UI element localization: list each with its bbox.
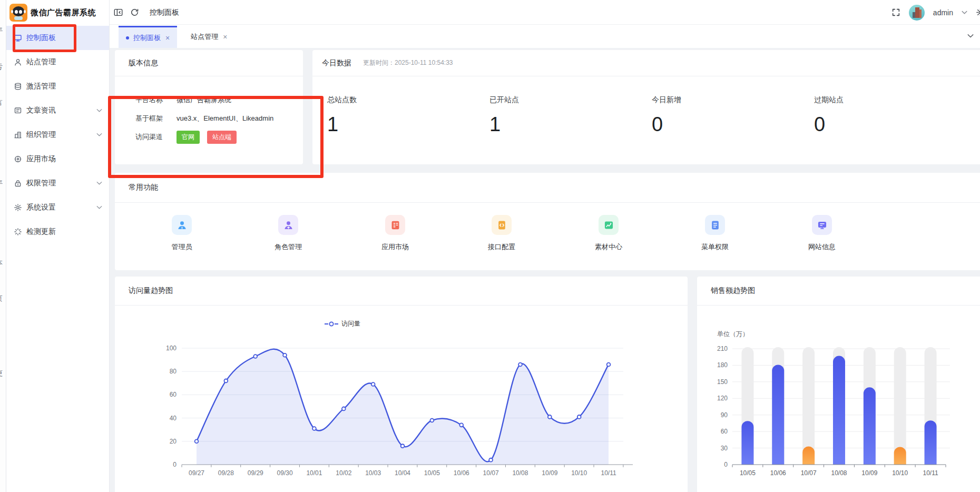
svg-text:09/27: 09/27 [189,469,204,477]
window-edge-fragment: 页 [0,294,5,303]
version-panel-title: 版本信息 [129,58,158,68]
tab-站点管理[interactable]: 站点管理 × [183,26,234,48]
svg-text:09/29: 09/29 [248,469,263,477]
version-row: 平台名称微信广告霸屏系统 [135,94,303,106]
window-edge-fragment: 丰 [0,25,5,35]
svg-text:09/28: 09/28 [218,469,234,477]
username[interactable]: admin [933,8,953,17]
svg-text:10/11: 10/11 [923,469,938,477]
shortcut-素材中心[interactable]: 素材中心 [577,215,640,252]
svg-text:10/10: 10/10 [571,469,587,477]
visits-line-chart: 02040608010009/2709/2809/2909/3010/0110/… [115,277,688,492]
svg-text:10/06: 10/06 [770,469,786,477]
version-row: 基于框架vue3.x、ElementUI、Likeadmin [135,113,303,124]
svg-text:0: 0 [724,461,728,468]
today-stats: 总站点数 1已开站点 1今日新增 0过期站点 0 [312,76,980,136]
svg-text:10/08: 10/08 [512,469,528,477]
sidebar-item-站点管理[interactable]: 站点管理 [6,50,109,74]
svg-text:80: 80 [170,368,177,375]
sidebar-item-控制面板[interactable]: 控制面板 [6,26,109,50]
shortcut-label: 网站信息 [790,242,854,252]
chevron-down-icon [96,205,102,210]
material-icon [599,215,619,235]
svg-text:120: 120 [717,395,728,402]
chevron-down-icon [96,109,102,113]
stat-value: 0 [652,113,814,136]
stat-label: 今日新增 [652,95,814,105]
user-icon [14,58,22,66]
svg-text:150: 150 [717,378,728,386]
svg-text:10/10: 10/10 [892,469,908,477]
sidebar-item-激活管理[interactable]: 激活管理 [6,74,109,99]
shortcut-label: 角色管理 [257,242,320,252]
collapse-sidebar-icon[interactable] [114,8,123,17]
sidebar-item-权限管理[interactable]: 权限管理 [6,171,109,195]
svg-text:10/04: 10/04 [395,469,410,477]
app-market-icon [385,215,405,235]
shortcut-菜单权限[interactable]: 菜单权限 [683,215,747,252]
shortcut-网站信息[interactable]: 网站信息 [790,215,854,252]
app-title: 微信广告霸屏系统 [31,8,96,18]
channel-badge-官网[interactable]: 官网 [177,131,200,144]
main-content: 版本信息 平台名称微信广告霸屏系统基于框架vue3.x、ElementUI、Li… [110,48,980,492]
shortcut-label: 接口配置 [470,242,533,252]
today-panel-title: 今日数据 [322,58,351,68]
sidebar-item-组织管理[interactable]: 组织管理 [6,123,109,147]
close-tab-icon[interactable]: × [165,34,170,42]
stat-label: 已开站点 [489,95,652,105]
sidebar-item-检测更新[interactable]: 检测更新 [6,220,109,244]
window-edge-strip: 丰亏言丰本页更 [0,0,6,492]
sidebar-item-系统设置[interactable]: 系统设置 [6,195,109,220]
svg-text:10/05: 10/05 [424,469,440,477]
tabs-chevron-down-icon[interactable] [967,34,974,38]
topbar: 控制面板 admin [110,0,980,25]
svg-text:100: 100 [166,345,177,352]
user-chevron-down-icon[interactable] [962,11,967,15]
refresh-icon[interactable] [130,8,139,17]
close-tab-icon[interactable]: × [223,33,227,41]
visits-chart-title: 访问量趋势图 [129,286,173,296]
org-icon [14,131,22,139]
sidebar: 微信广告霸屏系统 控制面板 站点管理 激活管理 文章资讯 组织管理 应用市场 权… [6,0,110,492]
sidebar-item-应用市场[interactable]: 应用市场 [6,147,109,171]
svg-text:210: 210 [717,345,728,352]
sidebar-item-文章资讯[interactable]: 文章资讯 [6,99,109,123]
window-edge-fragment: 更 [0,369,5,378]
shortcut-label: 应用市场 [364,242,427,252]
shortcut-应用市场[interactable]: 应用市场 [364,215,427,252]
stat-过期站点: 过期站点 0 [814,95,976,136]
sidebar-item-label: 检测更新 [26,227,56,237]
update-time: 更新时间：2025-10-11 10:54:33 [363,58,453,67]
stat-今日新增: 今日新增 0 [652,95,814,136]
tabs: 控制面板 × 站点管理 × [119,26,234,48]
shortcut-label: 素材中心 [577,242,640,252]
stat-label: 过期站点 [814,95,976,105]
svg-text:90: 90 [721,411,728,419]
sidebar-item-label: 权限管理 [26,179,56,188]
shortcuts-panel-title: 常用功能 [129,183,158,192]
svg-text:180: 180 [717,361,728,369]
app-logo-icon [9,4,27,22]
svg-text:10/03: 10/03 [365,469,381,477]
role-user-icon [278,215,298,235]
visits-legend-label: 访问量 [341,319,360,328]
tab-控制面板[interactable]: 控制面板 × [119,26,177,48]
fullscreen-icon[interactable] [891,8,900,17]
svg-text:10/06: 10/06 [454,469,469,477]
avatar[interactable] [909,5,925,21]
visits-legend: 访问量 [325,319,360,328]
settings-gear-icon[interactable] [976,8,980,17]
active-tab-dot [126,36,129,40]
svg-text:10/09: 10/09 [861,469,877,477]
svg-text:20: 20 [170,438,177,445]
shortcut-接口配置[interactable]: 接口配置 [470,215,533,252]
shortcut-管理员[interactable]: 管理员 [150,215,213,252]
stat-value: 0 [814,113,976,136]
menu-perm-icon [705,215,725,235]
stat-value: 1 [489,113,652,136]
sales-chart-panel: 销售额趋势图 单位（万） 030609012015018021010/0510/… [697,277,980,492]
shortcut-label: 管理员 [150,242,213,252]
shortcut-角色管理[interactable]: 角色管理 [257,215,320,252]
channel-badge-站点端[interactable]: 站点端 [207,131,237,144]
svg-text:10/08: 10/08 [831,469,847,477]
